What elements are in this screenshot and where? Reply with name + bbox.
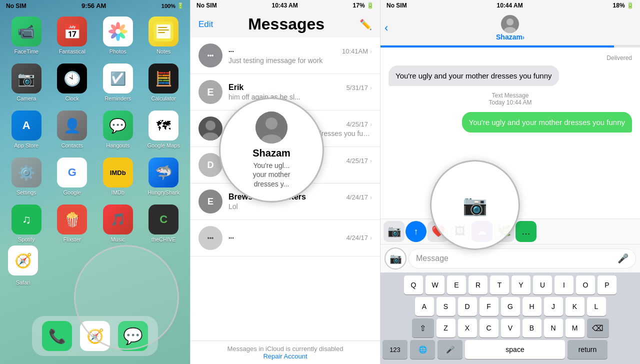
app-icon-clock[interactable]: 🕙 Clock [54, 64, 91, 102]
conv-preview-0: Just testing imessage for work [228, 56, 372, 64]
svg-point-16 [202, 132, 218, 140]
strip-more-icon[interactable]: … [516, 221, 536, 242]
repair-account-link[interactable]: Repair Account [194, 352, 376, 360]
calculator-label: Calculator [151, 96, 176, 102]
photos-label: Photos [110, 48, 126, 54]
key-g[interactable]: G [501, 297, 520, 316]
app-icon-calculator[interactable]: 🧮 Calculator [146, 64, 182, 102]
message-bubble-2: You're ugly and your mother dresses you … [462, 112, 632, 132]
conversation-item-0[interactable]: ••• ··· 10:41AM› Just testing imessage f… [190, 38, 380, 74]
battery-label: 100% 🔋 [162, 2, 184, 9]
facetime-label: FaceTime [14, 48, 39, 54]
key-s[interactable]: S [436, 297, 456, 316]
back-button[interactable]: ‹ [384, 22, 388, 34]
camera-magnify-icon: 📷 [462, 194, 488, 217]
magnify-avatar [256, 112, 288, 144]
key-return[interactable]: return [568, 340, 608, 359]
conv-content-0: ··· 10:41AM› Just testing imessage for w… [228, 46, 372, 64]
key-t[interactable]: T [490, 276, 509, 294]
app-icon-hangouts[interactable]: 💬 Hangouts [100, 110, 136, 148]
key-o[interactable]: O [576, 276, 595, 294]
app-icon-thechive[interactable]: C theCHIVE [146, 204, 182, 242]
app-icon-fantastical[interactable]: 📅 Fantastical [54, 16, 91, 54]
conv-name-1: Erik [228, 83, 244, 92]
key-n[interactable]: N [544, 318, 563, 338]
app-icon-appstore[interactable]: A App Store [8, 110, 45, 148]
app-icon-contacts[interactable]: 👤 Contacts [54, 110, 91, 148]
conv-time-1: 5/31/17 [346, 84, 368, 92]
time-p3: 10:44 AM [497, 2, 523, 9]
panels-wrapper: No SIM 9:56 AM 100% 🔋 📹 FaceTime 📅 Fanta… [0, 0, 640, 364]
app-icon-hungryshark[interactable]: 🦈 HungryShark [146, 158, 182, 196]
key-a[interactable]: A [415, 297, 434, 316]
app-icon-notes[interactable]: Notes [146, 16, 182, 54]
googlemaps-label: Google Maps [148, 142, 180, 148]
status-bar-panel1: No SIM 9:56 AM 100% 🔋 [0, 0, 190, 12]
message-input[interactable]: Message 🎤 [408, 248, 636, 268]
key-shift[interactable]: ⇧ [412, 318, 434, 338]
contact-info[interactable]: Shazam› [496, 15, 524, 41]
app-icon-camera[interactable]: 📷 Camera [8, 64, 45, 102]
spotify-label: Spotify [18, 236, 35, 242]
key-f[interactable]: F [480, 297, 498, 316]
key-l[interactable]: L [587, 297, 606, 316]
app-icon-imdb[interactable]: IMDb IMDb [100, 158, 136, 196]
key-k[interactable]: K [566, 297, 584, 316]
app-icon-spotify[interactable]: ♫ Spotify [8, 204, 45, 242]
conv-time-3: 4/25/17 [346, 157, 368, 164]
key-mic[interactable]: 🎤 [438, 340, 462, 359]
music-label: Music [110, 236, 125, 242]
key-c[interactable]: C [480, 318, 498, 338]
magnify-preview: You're ugl...your motherdresses y... [253, 161, 290, 188]
key-space[interactable]: space [465, 340, 565, 359]
key-z[interactable]: Z [436, 318, 456, 338]
carrier-label: No SIM [6, 2, 26, 10]
key-delete[interactable]: ⌫ [587, 318, 609, 338]
conv-name-5: ··· [228, 234, 234, 242]
app-icon-reminders[interactable]: ☑️ Reminders [100, 64, 136, 102]
conv-preview-4: Lol [228, 202, 372, 210]
app-icon-googlemaps[interactable]: 🗺 Google Maps [146, 110, 182, 148]
app-icon-facetime[interactable]: 📹 FaceTime [8, 16, 45, 54]
dock-phone[interactable]: 📞 [42, 321, 72, 351]
strip-send-icon[interactable]: ↑ [406, 221, 426, 242]
key-h[interactable]: H [522, 297, 542, 316]
key-j[interactable]: J [544, 297, 563, 316]
key-123[interactable]: 123 [382, 340, 408, 359]
app-icon-settings[interactable]: ⚙️ Settings [8, 158, 45, 196]
app-icon-flixster[interactable]: 🍿 Flixster [54, 204, 91, 242]
key-x[interactable]: X [458, 318, 477, 338]
key-b[interactable]: B [522, 318, 542, 338]
app-icon-music[interactable]: 🎵 Music [100, 204, 136, 242]
camera-button[interactable]: 📷 [384, 248, 406, 270]
key-y[interactable]: Y [512, 276, 530, 294]
key-v[interactable]: V [501, 318, 520, 338]
key-u[interactable]: U [533, 276, 552, 294]
contact-avatar [501, 15, 519, 33]
key-globe[interactable]: 🌐 [410, 340, 435, 359]
app-icon-google[interactable]: G Google [54, 158, 91, 196]
key-e[interactable]: E [447, 276, 466, 294]
key-q[interactable]: Q [404, 276, 423, 294]
conv-preview-1: him off again as he sl... [228, 93, 372, 101]
conv-avatar-4: E [198, 190, 222, 214]
app-icon-photos[interactable]: Photos [100, 16, 136, 54]
app-icon-safari[interactable]: 🧭 Safari [8, 246, 38, 286]
key-r[interactable]: R [468, 276, 488, 294]
mic-icon[interactable]: 🎤 [618, 253, 628, 264]
edit-button[interactable]: Edit [198, 20, 213, 30]
conversation-item-5[interactable]: ••• ··· 4/24/17› [190, 220, 380, 256]
compose-button[interactable]: ✏️ [360, 18, 372, 30]
magnify-name: Shazam [252, 148, 290, 159]
key-i[interactable]: I [554, 276, 574, 294]
key-d[interactable]: D [458, 297, 477, 316]
key-p[interactable]: P [598, 276, 616, 294]
key-m[interactable]: M [566, 318, 584, 338]
conv-content-1: Erik 5/31/17› him off again as he sl... [228, 83, 372, 101]
strip-camera-icon[interactable]: 📷 [384, 221, 404, 242]
conversation-header: ‹ Shazam› [380, 11, 640, 46]
imdb-icon-img: IMDb [103, 158, 133, 188]
kb-row-1: Q W E R T Y U I O P [382, 276, 638, 294]
key-w[interactable]: W [426, 276, 444, 294]
magnify-content: Shazam You're ugl...your motherdresses y… [220, 104, 322, 196]
